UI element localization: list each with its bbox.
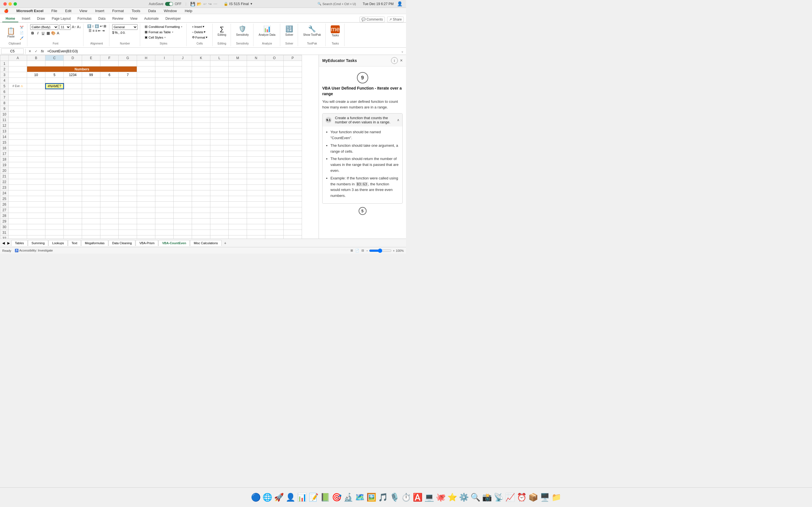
cell[interactable] (9, 95, 27, 100)
cell[interactable] (82, 123, 100, 128)
cell[interactable] (155, 213, 174, 219)
cell-f5[interactable] (100, 83, 119, 89)
cell-m1[interactable] (229, 61, 247, 66)
cell-p3[interactable] (284, 72, 302, 78)
cell[interactable] (284, 168, 302, 173)
cell[interactable] (284, 235, 302, 239)
cell[interactable] (45, 89, 64, 95)
cell[interactable] (27, 224, 45, 230)
cell[interactable] (27, 179, 45, 185)
menu-view[interactable]: View (78, 8, 89, 13)
cell[interactable] (192, 185, 210, 190)
cell[interactable] (192, 140, 210, 145)
tab-automate[interactable]: Automate (141, 15, 162, 22)
cell[interactable] (82, 128, 100, 134)
cell[interactable] (192, 230, 210, 235)
cell-a4[interactable] (9, 78, 27, 83)
cell[interactable] (64, 219, 82, 224)
cell[interactable] (265, 117, 284, 123)
cell[interactable] (100, 140, 119, 145)
cell[interactable] (100, 207, 119, 213)
sheet-tab-lookups[interactable]: Lookups (49, 240, 68, 246)
cell[interactable] (265, 134, 284, 140)
cell[interactable] (137, 151, 155, 157)
cell[interactable] (192, 95, 210, 100)
cell[interactable] (27, 173, 45, 179)
cell[interactable] (229, 151, 247, 157)
menu-help[interactable]: Help (183, 8, 194, 13)
cell[interactable] (265, 151, 284, 157)
borders-button[interactable]: ▦ (47, 31, 50, 35)
cell[interactable] (64, 134, 82, 140)
cell[interactable] (64, 106, 82, 112)
tab-draw[interactable]: Draw (34, 15, 48, 22)
cell[interactable] (192, 100, 210, 106)
cell[interactable] (137, 173, 155, 179)
menu-file[interactable]: File (50, 8, 59, 13)
cell[interactable] (174, 134, 192, 140)
cell[interactable] (100, 117, 119, 123)
cell-c5[interactable]: #NAME? (45, 83, 64, 89)
cell[interactable] (137, 128, 155, 134)
cell[interactable] (119, 230, 137, 235)
cell[interactable] (9, 106, 27, 112)
cell[interactable] (229, 219, 247, 224)
cell[interactable] (119, 185, 137, 190)
cell[interactable] (247, 100, 265, 106)
cell-j3[interactable] (174, 72, 192, 78)
cell-i5[interactable] (155, 83, 174, 89)
cell-d4[interactable] (64, 78, 82, 83)
cell[interactable] (119, 190, 137, 196)
cell[interactable] (9, 134, 27, 140)
cell[interactable] (210, 230, 229, 235)
cell[interactable] (119, 123, 137, 128)
cell[interactable] (265, 123, 284, 128)
cell[interactable] (45, 128, 64, 134)
autosave-toggle[interactable] (165, 2, 173, 6)
cell[interactable] (45, 202, 64, 207)
cell[interactable] (174, 185, 192, 190)
cell-p4[interactable] (284, 78, 302, 83)
cell[interactable] (192, 145, 210, 151)
menu-data[interactable]: Data (146, 8, 157, 13)
cell-p2[interactable] (284, 66, 302, 72)
percent-button[interactable]: % (115, 31, 118, 35)
cell[interactable] (265, 106, 284, 112)
cell[interactable] (100, 185, 119, 190)
cell[interactable] (27, 157, 45, 162)
cell[interactable] (27, 100, 45, 106)
cell-n1[interactable] (247, 61, 265, 66)
cell[interactable] (45, 207, 64, 213)
cell[interactable] (247, 219, 265, 224)
cell[interactable] (45, 190, 64, 196)
cell[interactable] (247, 196, 265, 202)
cell[interactable] (137, 224, 155, 230)
cell[interactable] (155, 168, 174, 173)
cell[interactable] (155, 145, 174, 151)
cell[interactable] (210, 179, 229, 185)
cell[interactable] (174, 157, 192, 162)
comments-btn[interactable]: 💬 Comments (359, 17, 385, 22)
cell[interactable] (210, 140, 229, 145)
cell[interactable] (247, 168, 265, 173)
cell[interactable] (82, 185, 100, 190)
cell[interactable] (27, 145, 45, 151)
cell-l4[interactable] (210, 78, 229, 83)
cell[interactable] (174, 140, 192, 145)
cell[interactable] (82, 117, 100, 123)
col-header-f[interactable]: F (100, 55, 119, 61)
cell[interactable] (82, 140, 100, 145)
cell[interactable] (174, 162, 192, 168)
cell[interactable] (119, 106, 137, 112)
currency-button[interactable]: $ (112, 31, 114, 35)
cell[interactable] (210, 207, 229, 213)
cell[interactable] (100, 224, 119, 230)
cell-k5[interactable] (192, 83, 210, 89)
cell[interactable] (229, 213, 247, 219)
confirm-formula-icon[interactable]: ✓ (34, 49, 39, 53)
cell[interactable] (247, 95, 265, 100)
cell[interactable] (247, 230, 265, 235)
cell-i3[interactable] (155, 72, 174, 78)
cell[interactable] (192, 106, 210, 112)
cell-a2[interactable] (9, 66, 27, 72)
